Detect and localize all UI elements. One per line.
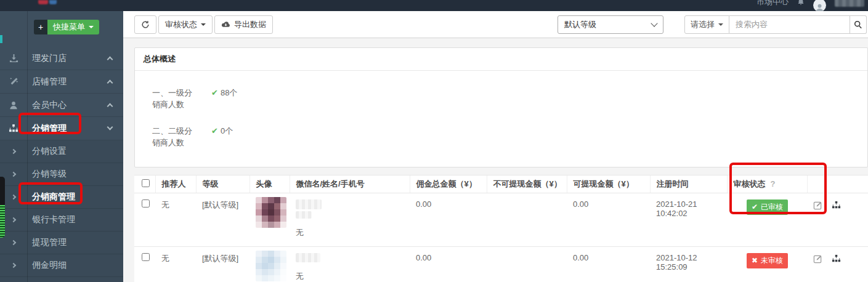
toolbar: 审核状态 导出数据 默认等级 请选择 [123,11,868,38]
level-select[interactable]: 默认等级 [558,15,663,34]
table-row: 无 [默认等级] 无 无 0.00 0.00 [134,246,868,282]
sidebar-subitem-label: 佣金明细 [27,260,67,271]
edge-tool-stripes [0,205,5,238]
table-row: 无 [默认等级] 无 0.00 0.00 [134,193,868,246]
content-area: 总体概述 一、一级分销商人数 ✔88个 二、二级分销商人数 ✔0个 [123,38,868,282]
sidebar-subitem-partial[interactable] [0,277,123,282]
help-icon[interactable]: ? [771,179,776,188]
team-tree-button[interactable] [832,201,841,209]
username-redacted[interactable] [835,0,864,7]
app-window: 市场中心 + 快捷菜单 [0,0,868,282]
caret-down-icon [718,23,723,26]
sidebar-subitem-distribution-settings[interactable]: 分销设置 [0,140,123,163]
export-data-button[interactable]: 导出数据 [214,15,273,34]
chevron-right-icon [0,264,27,267]
cell-audit-status: ✔已审核 [727,193,807,246]
cell-level: [默认等级] [196,193,249,246]
edit-button[interactable] [813,254,822,264]
quick-menu-label: 快捷菜单 [53,22,85,33]
edit-icon [813,254,822,264]
sidebar-item-barber-store[interactable]: 理发门店 [0,47,123,70]
sitemap-icon [832,201,841,209]
search-icon [854,20,862,29]
cell-level: [默认等级] [196,246,249,282]
user-avatar[interactable] [813,0,826,11]
cross-icon: ✖ [752,256,758,265]
select-all-checkbox[interactable] [142,179,150,187]
cell-name: 无 [290,193,410,246]
team-tree-button[interactable] [832,254,841,263]
search-field-select-button[interactable]: 请选择 [684,15,729,34]
col-non-withdrawable: 不可提现金额（¥） [487,175,567,193]
col-register-time: 注册时间 [650,175,727,193]
chevron-down-icon [651,20,657,26]
search-input[interactable] [729,15,850,34]
user-icon [0,101,27,110]
check-icon: ✔ [752,203,758,211]
status-badge-pending[interactable]: ✖未审核 [747,253,788,268]
edge-tool-handle [0,177,5,205]
overview-panel-body: 一、一级分销商人数 ✔88个 二、二级分销商人数 ✔0个 [135,71,867,167]
chevron-up-icon [107,103,113,110]
name-line: 无 [296,227,410,238]
sidebar-item-member-center[interactable]: 会员中心 [0,94,123,117]
level-select-value: 默认等级 [564,19,652,30]
audit-status-filter-label: 审核状态 [165,19,197,30]
sidebar-subitem-distributor-management[interactable]: 分销商管理 [0,186,123,209]
cell-non-withdrawable [487,246,567,282]
overview-label: 二、二级分销商人数 [152,125,194,148]
edit-button[interactable] [813,201,822,210]
cell-register-time: 2021-10-12 15:25:09 [650,246,727,282]
add-button[interactable]: + [34,20,47,34]
check-icon: ✔ [211,126,218,135]
sidebar-item-distribution-management[interactable]: 分销管理 [0,117,123,140]
status-badge-label: 已审核 [761,202,783,212]
cell-withdrawable: 0.00 [567,246,650,282]
cloud-download-icon [221,20,230,28]
overview-count: 88个 [221,88,237,97]
sidebar-subitem-distribution-levels[interactable]: 分销等级 [0,163,123,186]
sidebar-subitem-label: 分销等级 [27,169,67,180]
export-data-label: 导出数据 [234,19,266,30]
chevron-right-icon [0,241,27,244]
sitemap-icon [0,124,27,133]
edge-scroll-fragment [0,35,2,43]
name-redacted [296,253,320,262]
status-badge-approved[interactable]: ✔已审核 [747,199,788,215]
chevron-right-icon [0,150,27,153]
caret-down-icon [89,26,94,28]
chevron-up-icon [107,80,113,86]
distributor-table-panel: 推荐人 等级 头像 微信名/姓名/手机号 佣金总金额（¥） 不可提现金额（¥） … [134,175,868,282]
sidebar-item-label: 店铺管理 [27,76,108,87]
refresh-button[interactable] [134,15,156,34]
row-checkbox[interactable] [142,199,150,207]
chevron-down-icon [107,124,113,131]
row-checkbox[interactable] [142,253,150,261]
search-button[interactable] [850,15,867,34]
notification-icon[interactable] [797,0,805,7]
sidebar-subitem-bank-card-management[interactable]: 银行卡管理 [0,209,123,232]
sidebar: + 快捷菜单 理发门店 店铺管理 [0,11,123,282]
sidebar-subitem-withdrawal-management[interactable]: 提现管理 [0,232,123,254]
cell-audit-status: ✖未审核 [727,246,807,282]
edge-tool-widget[interactable] [0,177,5,238]
sidebar-item-label: 会员中心 [27,100,108,111]
sidebar-subitem-label: 提现管理 [27,237,67,248]
audit-status-filter-button[interactable]: 审核状态 [158,15,213,34]
search-field-select-label: 请选择 [691,19,715,30]
col-audit-status-label: 审核状态 [734,179,766,188]
edit-icon [813,201,822,210]
overview-label: 一、一级分销商人数 [152,87,194,110]
cell-non-withdrawable [487,193,567,246]
distributor-table: 推荐人 等级 头像 微信名/姓名/手机号 佣金总金额（¥） 不可提现金额（¥） … [134,175,868,282]
sidebar-subitem-commission-details[interactable]: 佣金明细 [0,254,123,277]
sidebar-subitem-label: 银行卡管理 [27,214,75,225]
search-group: 请选择 [684,15,867,34]
toolbar-right: 默认等级 请选择 [558,15,867,34]
quick-menu-button[interactable]: 快捷菜单 [47,20,99,34]
col-avatar: 头像 [249,175,290,193]
sidebar-item-shop-management[interactable]: 店铺管理 [0,70,123,94]
nav-market-center[interactable]: 市场中心 [756,0,789,7]
cell-recommender: 无 [155,246,196,282]
overview-panel-title: 总体概述 [135,48,867,71]
